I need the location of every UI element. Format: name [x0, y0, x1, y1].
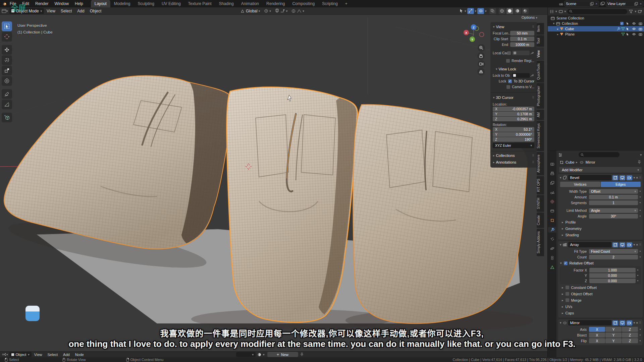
menu-select[interactable]: Select [58, 9, 74, 13]
mirror-bisect-y-button[interactable]: Y [605, 333, 622, 338]
bevel-render-toggle[interactable] [627, 175, 632, 180]
selectable-icon[interactable] [625, 32, 630, 37]
local-camera-checkbox[interactable] [507, 51, 511, 55]
workspace-tab-scripting[interactable]: Scripting [318, 0, 341, 7]
object-icon[interactable] [559, 160, 564, 165]
blender-logo-icon[interactable] [2, 1, 7, 6]
selectable-icon[interactable] [625, 26, 630, 31]
simply-addon-widget[interactable] [25, 306, 40, 321]
tab-world-properties[interactable] [548, 199, 556, 204]
collection-checkbox[interactable]: ✓ [620, 22, 624, 25]
close-modifier-icon[interactable]: × [636, 243, 638, 247]
row-plane[interactable]: ▸ Plane [548, 32, 644, 37]
row-scene-collection[interactable]: Scene Collection [548, 15, 644, 21]
visibility-eye-icon[interactable] [632, 26, 636, 31]
menu-select[interactable]: Select [45, 353, 61, 357]
bevel-profile-subpanel[interactable]: ▸Profile [558, 219, 643, 225]
mirror-axis-z-button[interactable]: Z [622, 327, 638, 332]
mattress-center[interactable] [226, 87, 358, 322]
breadcrumb-object[interactable]: Cube [566, 160, 574, 164]
shading-rendered-icon[interactable] [522, 8, 529, 14]
menu-view[interactable]: View [32, 353, 45, 357]
array-object-offset-subpanel[interactable]: ▸Object Offset [558, 291, 643, 297]
orientation-icon[interactable] [240, 9, 245, 13]
tab-particle-properties[interactable] [548, 236, 556, 242]
move-tool[interactable] [2, 45, 12, 55]
workspace-tab-shading[interactable]: Shading [215, 0, 237, 7]
workspace-tab-rendering[interactable]: Rendering [263, 0, 288, 7]
shading-solid-icon[interactable] [506, 8, 513, 14]
tab-screencast-keys[interactable]: Screencast Keys [537, 121, 544, 151]
workspace-tab-uv-editing[interactable]: UV Editing [158, 0, 184, 7]
merge-checkbox[interactable] [566, 298, 569, 302]
clip-end-field[interactable]: 10000 m [510, 42, 534, 47]
transform-tool[interactable] [2, 76, 12, 86]
constant-offset-checkbox[interactable] [566, 286, 569, 289]
mirror-flip-z-button[interactable]: Z [622, 338, 638, 343]
tab-synth[interactable]: SYNTH [537, 195, 544, 212]
array-realtime-toggle[interactable] [620, 242, 625, 247]
row-cube-selected[interactable]: ▸ Cube [548, 26, 644, 32]
array-editmode-toggle[interactable] [612, 242, 618, 247]
workspace-tab-modeling[interactable]: Modeling [110, 0, 134, 7]
bevel-name-field[interactable]: Bevel [568, 175, 612, 180]
display-mode-icon[interactable] [558, 9, 563, 14]
array-uvs-subpanel[interactable]: ▸UVs [558, 303, 643, 310]
factor-z-field[interactable]: 0.000 [589, 279, 636, 283]
unlink-scene-icon[interactable]: × [595, 2, 597, 6]
extras-chevron-icon[interactable]: ▾ [633, 243, 635, 246]
mirror-render-toggle[interactable] [627, 320, 632, 325]
clip-start-field[interactable]: 0.1 m [510, 37, 534, 41]
viewport-canvas[interactable]: X Z Y [0, 15, 547, 351]
viewport-3d[interactable]: X Z Y User Perspective (1) Collection | … [0, 15, 547, 351]
factor-y-field[interactable]: 0.000 [589, 273, 636, 278]
cursor-tool[interactable] [2, 32, 12, 42]
annotate-tool[interactable] [2, 89, 12, 99]
to-3d-cursor-checkbox[interactable]: ✓ [508, 79, 512, 83]
mirror-flip-x-button[interactable]: X [589, 338, 605, 343]
bevel-geometry-subpanel[interactable]: ▸Geometry [558, 225, 643, 232]
render-visibility-icon[interactable] [638, 21, 643, 26]
collapse-chevron-icon[interactable]: ▾ [560, 176, 561, 179]
close-modifier-icon[interactable]: × [636, 176, 638, 180]
mirror-axis-x-button[interactable]: X [589, 327, 605, 332]
proportional-falloff-icon[interactable] [297, 9, 302, 13]
tab-tool[interactable]: Tool [537, 35, 544, 47]
tab-simply-addons[interactable]: Simply Addons [537, 229, 544, 256]
menu-render[interactable]: Render [32, 0, 51, 7]
tab-quicktools[interactable]: QuickTools [537, 61, 544, 82]
node-editor-icon[interactable] [2, 352, 6, 357]
pin-icon[interactable] [300, 352, 304, 357]
tab-object-properties[interactable] [548, 218, 556, 223]
mirror-name-field[interactable]: Mirror [568, 320, 612, 325]
mirror-realtime-toggle[interactable] [620, 320, 625, 325]
orientation-label[interactable]: Global [246, 9, 258, 13]
tab-data-properties[interactable] [548, 264, 556, 270]
outliner-search-input[interactable] [567, 9, 627, 14]
bevel-limit-method-dropdown[interactable]: Angle▾ [589, 208, 638, 213]
eyedropper-icon[interactable] [530, 51, 534, 55]
bevel-amount-field[interactable]: 0.1 m [589, 195, 638, 199]
cursor-rot-x[interactable]: X53.1° [493, 127, 534, 132]
bevel-edges-button[interactable]: Edges [601, 182, 641, 187]
collapse-chevron-icon[interactable]: ▾ [560, 321, 561, 324]
axis-neg-x-ball[interactable] [480, 33, 484, 37]
view-layer-icon[interactable] [600, 1, 605, 6]
local-camera-field[interactable] [512, 51, 530, 55]
array-count-field[interactable]: 2 [589, 255, 638, 259]
tab-scene-properties[interactable] [548, 189, 556, 195]
measure-tool[interactable] [2, 100, 12, 109]
collections-section-title[interactable]: Collections [496, 154, 515, 158]
pivot-point-icon[interactable] [264, 9, 268, 13]
render-visibility-icon[interactable] [638, 26, 643, 31]
camera-view-button[interactable] [478, 60, 485, 68]
workspace-tab-sculpting[interactable]: Sculpting [134, 0, 158, 7]
rotate-tool[interactable] [2, 55, 12, 65]
rotation-mode-dropdown[interactable]: XYZ Euler▾ [493, 143, 534, 148]
new-node-tree-button[interactable]: + New [267, 352, 298, 357]
tab-create[interactable]: Create [537, 213, 544, 228]
collapse-chevron-icon[interactable]: ▾ [560, 243, 561, 246]
mirror-editmode-toggle[interactable] [612, 320, 618, 325]
workspace-tab-layout[interactable]: Layout [91, 0, 110, 7]
cursor-rot-z[interactable]: Z190° [493, 137, 534, 142]
